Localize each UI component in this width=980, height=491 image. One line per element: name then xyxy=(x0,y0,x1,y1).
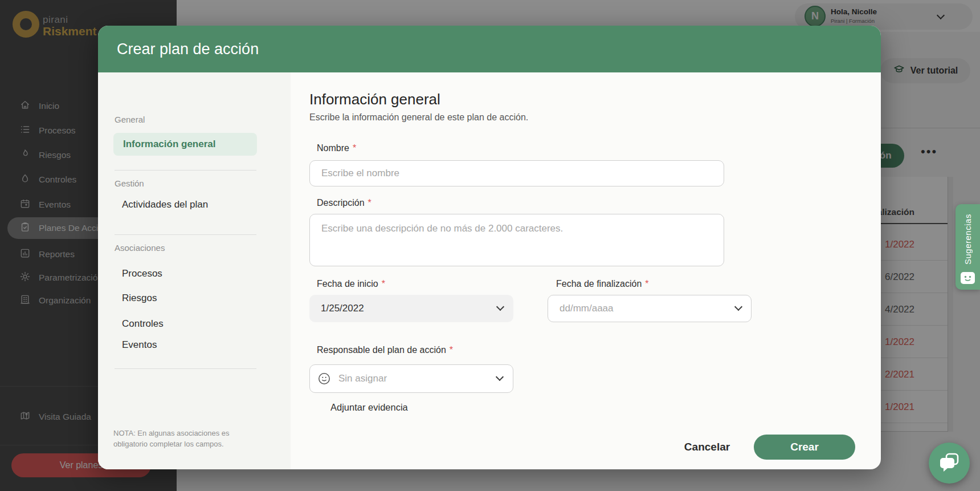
nav-item-actividades[interactable]: Actividades del plan xyxy=(122,199,208,210)
nav-item-procesos[interactable]: Procesos xyxy=(122,268,162,279)
nav-item-label: Información general xyxy=(123,139,215,150)
required-asterisk: * xyxy=(382,279,385,289)
suggestions-tab[interactable]: Sugerencias xyxy=(956,204,980,290)
descripcion-label: Descripción* xyxy=(317,198,371,208)
modal-note: NOTA: En algunas asociaciones es obligat… xyxy=(113,428,249,450)
fecha-inicio-label: Fecha de inicio* xyxy=(317,279,385,289)
descripcion-textarea[interactable] xyxy=(309,214,724,266)
suggestions-tab-label: Sugerencias xyxy=(956,209,980,270)
required-asterisk: * xyxy=(450,345,453,355)
fecha-inicio-select[interactable]: 1/25/2022 xyxy=(309,295,513,322)
adjuntar-evidencia-label[interactable]: Adjuntar evidencia xyxy=(330,402,408,413)
nombre-field-wrap xyxy=(309,160,724,186)
nombre-label: Nombre* xyxy=(317,143,356,153)
modal-title: Crear plan de acción xyxy=(117,26,259,72)
nav-section-gestion: Gestión xyxy=(115,178,144,188)
descripcion-field-wrap xyxy=(309,214,724,266)
nav-item-informacion-general[interactable]: Información general xyxy=(113,133,257,156)
required-asterisk: * xyxy=(645,279,648,289)
nav-section-asociaciones: Asociaciones xyxy=(115,243,165,253)
responsable-label: Responsable del plan de acción* xyxy=(317,345,453,355)
required-asterisk: * xyxy=(368,198,371,208)
fecha-finalizacion-label: Fecha de finalización* xyxy=(556,279,649,289)
nav-item-riesgos[interactable]: Riesgos xyxy=(122,293,157,304)
chevron-down-icon xyxy=(496,373,504,381)
form-subheading: Escribe la información general de este p… xyxy=(309,112,528,123)
nav-divider xyxy=(115,368,256,369)
nombre-input[interactable] xyxy=(309,160,724,186)
responsable-placeholder: Sin asignar xyxy=(338,365,387,392)
nav-item-eventos[interactable]: Eventos xyxy=(122,339,157,351)
chat-bubbles-icon xyxy=(938,452,960,474)
form-heading: Información general xyxy=(309,91,440,108)
cancel-button[interactable]: Cancelar xyxy=(672,435,742,460)
nav-item-controles[interactable]: Controles xyxy=(122,318,164,330)
fecha-finalizacion-input[interactable] xyxy=(548,295,752,322)
app-root: pirani Riskment Inicio Procesos Riesgos … xyxy=(0,0,980,491)
chevron-down-icon xyxy=(496,303,504,311)
responsable-select[interactable]: Sin asignar xyxy=(309,364,513,393)
create-action-plan-modal: Crear plan de acción General Información… xyxy=(98,26,881,469)
nav-section-general: General xyxy=(115,115,145,124)
modal-nav: General Información general Gestión Acti… xyxy=(98,72,291,469)
required-asterisk: * xyxy=(353,143,356,153)
modal-header: Crear plan de acción xyxy=(98,26,881,72)
feedback-face-icon xyxy=(960,271,975,287)
nav-divider xyxy=(115,170,256,171)
create-button[interactable]: Crear xyxy=(754,435,855,460)
modal-form: Información general Escribe la informaci… xyxy=(291,72,881,469)
chat-fab-button[interactable] xyxy=(929,443,970,484)
fecha-inicio-value: 1/25/2022 xyxy=(321,295,364,322)
fecha-finalizacion-field-wrap xyxy=(548,295,752,322)
avatar-placeholder-icon xyxy=(317,371,332,388)
nav-divider xyxy=(115,234,256,235)
